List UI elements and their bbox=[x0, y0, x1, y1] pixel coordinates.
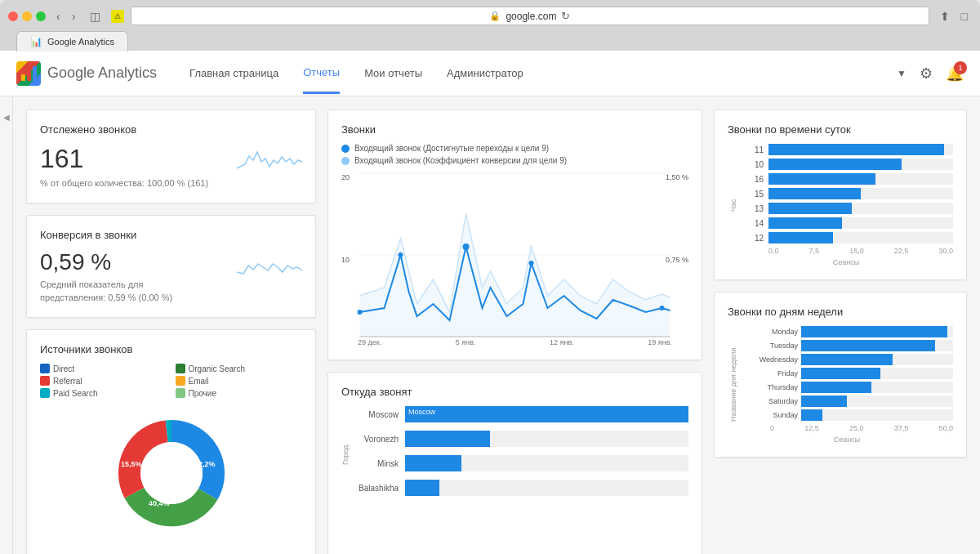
calls-chart-title: Звонки bbox=[341, 123, 688, 136]
hour-bars: 11 10 16 15 bbox=[739, 144, 953, 266]
nav-admin[interactable]: Администратор bbox=[447, 54, 523, 92]
y-left-max: 20 bbox=[341, 173, 350, 181]
tab-favicon: 📊 bbox=[30, 36, 42, 47]
notification-badge: 1 bbox=[954, 61, 967, 74]
nav-reports[interactable]: Отчеты bbox=[303, 53, 340, 94]
lock-icon: 🔒 bbox=[489, 11, 501, 21]
dropdown-arrow[interactable]: ▼ bbox=[897, 68, 906, 79]
hour-x-axis: 0,0 7,5 15,0 22,5 30,0 bbox=[739, 247, 953, 255]
nav-home[interactable]: Главная страница bbox=[189, 54, 278, 92]
sources-legend: Direct Organic Search Referral Emai bbox=[40, 364, 302, 398]
day-bars: Monday Tuesday Wednesday bbox=[741, 326, 953, 444]
calls-sparkline bbox=[237, 144, 302, 179]
day-sunday: Sunday bbox=[741, 409, 953, 421]
forward-button[interactable]: › bbox=[68, 8, 80, 25]
top-nav: Google Analytics Главная страница Отчеты… bbox=[0, 51, 980, 96]
svg-point-11 bbox=[529, 261, 534, 266]
hour-bar-11: 11 bbox=[739, 144, 953, 155]
svg-point-3 bbox=[140, 442, 203, 504]
city-row-moscow: Moscow Moscow bbox=[350, 406, 688, 422]
sources-card: Источники звонков Direct Organic Search bbox=[26, 329, 316, 554]
donut-chart: 42,2% 40,4% 15,5% bbox=[40, 408, 302, 538]
city-row-balashikha: Balashikha bbox=[350, 480, 688, 496]
url-text: google.com bbox=[506, 11, 556, 22]
right-column: Звонки по времени суток Час 11 10 bbox=[714, 109, 967, 554]
calls-tracked-title: Отслежено звонков bbox=[40, 123, 302, 136]
conversion-sparkline bbox=[237, 249, 302, 284]
donut-label-referral: 15,5% bbox=[121, 460, 142, 468]
svg-rect-1 bbox=[27, 70, 31, 81]
sidebar-toggle[interactable]: ◀ bbox=[0, 96, 13, 554]
day-y-label: Название дня недели bbox=[728, 326, 741, 444]
fullscreen-button[interactable] bbox=[36, 11, 46, 21]
calls-light-dot bbox=[341, 157, 350, 165]
day-thursday: Thursday bbox=[741, 382, 953, 393]
svg-rect-0 bbox=[21, 74, 25, 81]
city-chart-container: Город Moscow Moscow bbox=[341, 406, 688, 504]
calls-tracked-card: Отслежено звонков 161 % от общего количе… bbox=[26, 109, 316, 203]
city-row-voronezh: Voronezh bbox=[350, 431, 688, 447]
app-container: Google Analytics Главная страница Отчеты… bbox=[0, 51, 980, 554]
hour-bar-16: 16 bbox=[739, 173, 953, 185]
calls-tracked-sub: % от общего количества: 100,00 % (161) bbox=[40, 177, 302, 190]
hour-x-label: Сеансы bbox=[739, 258, 953, 266]
hour-bar-15: 15 bbox=[739, 188, 953, 199]
hour-bar-10: 10 bbox=[739, 159, 953, 170]
day-monday: Monday bbox=[741, 326, 953, 337]
reading-mode-button[interactable]: ◫ bbox=[86, 8, 105, 25]
line-chart-svg bbox=[358, 173, 672, 337]
browser-chrome: ‹ › ◫ ⚠ 🔒 google.com ↻ ⬆ □ 📊 Google Anal… bbox=[0, 0, 980, 51]
conversion-card: Конверсия в звонки 0,59 % Средний показа… bbox=[26, 215, 316, 318]
svg-rect-2 bbox=[33, 66, 37, 81]
organic-dot bbox=[176, 364, 185, 373]
legend-calls-light: Входящий звонок (Коэффициент конверсии д… bbox=[341, 156, 688, 165]
legend-other: Прочие bbox=[176, 388, 303, 398]
legend-organic: Organic Search bbox=[176, 364, 303, 373]
day-tuesday: Tuesday bbox=[741, 340, 953, 351]
calls-by-hour-card: Звонки по времени суток Час 11 10 bbox=[714, 109, 967, 280]
legend-referral: Referral bbox=[40, 376, 167, 386]
day-x-axis: 0 12,5 25,0 37,5 50,0 bbox=[741, 424, 953, 432]
hour-bar-12: 12 bbox=[739, 232, 953, 243]
day-wednesday: Wednesday bbox=[741, 354, 953, 365]
logo-text: Google Analytics bbox=[47, 65, 157, 82]
x-axis-labels: 29 дек. 5 янв. 12 янв. 19 янв. bbox=[341, 337, 688, 346]
browser-tab[interactable]: 📊 Google Analytics bbox=[16, 31, 128, 51]
minimize-button[interactable] bbox=[22, 11, 32, 21]
left-column: Отслежено звонков 161 % от общего количе… bbox=[26, 109, 316, 554]
svg-point-8 bbox=[358, 310, 363, 315]
new-tab-button[interactable]: □ bbox=[957, 8, 972, 25]
hour-chart: Час 11 10 16 bbox=[728, 144, 953, 266]
legend-email: Email bbox=[176, 376, 303, 386]
svg-point-10 bbox=[463, 243, 470, 250]
close-button[interactable] bbox=[8, 11, 18, 21]
notifications-button[interactable]: 🔔 1 bbox=[946, 65, 964, 83]
svg-marker-7 bbox=[360, 214, 670, 337]
reload-button[interactable]: ↻ bbox=[561, 10, 570, 22]
share-button[interactable]: ⬆ bbox=[936, 8, 954, 25]
warning-icon: ⚠ bbox=[111, 10, 124, 23]
settings-button[interactable]: ⚙ bbox=[920, 65, 933, 83]
browser-actions: ⬆ □ bbox=[936, 8, 972, 25]
back-button[interactable]: ‹ bbox=[52, 8, 65, 25]
calls-solid-dot bbox=[341, 145, 350, 153]
donut-label-direct: 42,2% bbox=[194, 460, 216, 468]
hour-bar-14: 14 bbox=[739, 217, 953, 229]
traffic-lights bbox=[8, 11, 46, 21]
calls-by-hour-title: Звонки по времени суток bbox=[728, 123, 953, 136]
nav-right: ▼ ⚙ 🔔 1 bbox=[897, 65, 964, 83]
google-analytics-logo bbox=[16, 61, 41, 86]
city-bars: Moscow Moscow Voronezh bbox=[350, 406, 688, 504]
legend-paid: Paid Search bbox=[40, 388, 167, 398]
nav-my-reports[interactable]: Мои отчеты bbox=[364, 54, 422, 92]
day-chart: Название дня недели Monday Tuesday bbox=[728, 326, 953, 444]
where-calling-card: Откуда звонят Город Moscow Moscow bbox=[327, 372, 702, 554]
tab-bar: 📊 Google Analytics bbox=[8, 30, 972, 51]
other-dot bbox=[176, 388, 185, 398]
sources-title: Источники звонков bbox=[40, 343, 302, 355]
hour-bar-13: 13 bbox=[739, 203, 953, 214]
tab-title: Google Analytics bbox=[47, 37, 114, 47]
main-nav: Главная страница Отчеты Мои отчеты Админ… bbox=[189, 53, 523, 94]
address-bar[interactable]: 🔒 google.com ↻ bbox=[131, 7, 929, 25]
conversion-title: Конверсия в звонки bbox=[40, 229, 302, 241]
